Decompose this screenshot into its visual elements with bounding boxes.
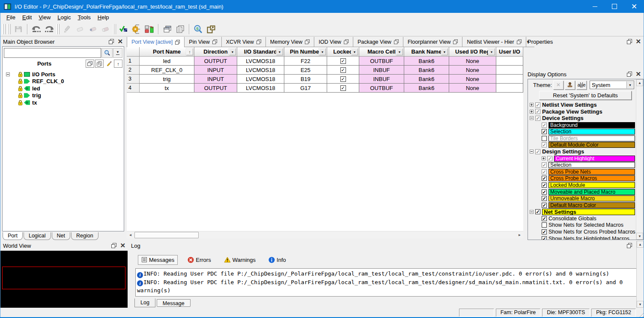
theme-select[interactable]: System ▼ xyxy=(590,81,634,89)
log-filter-messages[interactable]: Messages xyxy=(138,255,178,265)
view-tab-package-view[interactable]: Package View xyxy=(353,37,403,47)
color-option-bar[interactable]: Default Module Color xyxy=(549,142,635,148)
cell-locked[interactable]: ✓ xyxy=(327,57,359,66)
tree-item-io-ports[interactable]: I/O Ports xyxy=(3,71,124,78)
column-header-bank-name[interactable]: Bank Name▼ xyxy=(404,47,449,57)
tree-item-trig[interactable]: trig xyxy=(3,92,124,99)
expand-icon[interactable] xyxy=(542,156,546,160)
cell-used-i-o-reg[interactable]: None xyxy=(449,75,496,84)
option-checkbox[interactable]: ✓ xyxy=(535,149,540,154)
search-input[interactable] xyxy=(4,48,101,58)
close-panel-icon[interactable]: ✕ xyxy=(117,39,123,44)
cell-user-i-o[interactable] xyxy=(496,57,523,66)
cell-i-o-standard[interactable]: LVCMOS18 xyxy=(237,75,284,84)
color-option-bar[interactable]: Current Highlight xyxy=(554,156,635,162)
color-option-bar[interactable]: Locked Module xyxy=(549,182,635,188)
option-checkbox[interactable]: ✓ xyxy=(542,216,547,221)
color-option-bar[interactable]: Cross Probe Nets xyxy=(549,169,635,175)
cell-macro-cell[interactable]: INBUF xyxy=(359,75,404,84)
locked-checkbox[interactable]: ✓ xyxy=(340,85,346,91)
world-view-canvas[interactable] xyxy=(0,251,128,308)
filter-dropdown-icon[interactable]: ▼ xyxy=(441,48,448,55)
search-netlist-icon[interactable]: S xyxy=(192,23,205,35)
option-checkbox[interactable] xyxy=(542,136,547,141)
search-options-button[interactable]: ▼ xyxy=(113,48,122,58)
column-header-direction[interactable]: Direction▼ xyxy=(194,47,237,57)
cell-port-name[interactable]: tx xyxy=(140,84,194,93)
locked-checkbox[interactable]: ✓ xyxy=(340,76,346,82)
sort-up-icon[interactable]: ↑ xyxy=(114,60,122,68)
cell-bank-name[interactable]: Bank6 xyxy=(404,75,449,84)
option-checkbox[interactable]: ✓ xyxy=(547,156,552,161)
save-icon[interactable] xyxy=(12,23,25,35)
log-scrollbar[interactable]: ▲ ▼ xyxy=(636,241,644,308)
close-panel-icon[interactable]: ✕ xyxy=(635,39,641,44)
cell-i-o-standard[interactable]: LVCMOS18 xyxy=(237,66,284,75)
stamp-theme-button[interactable] xyxy=(565,81,575,90)
eraser-icon[interactable] xyxy=(74,23,86,35)
filter-dropdown-icon[interactable]: ▼ xyxy=(319,48,326,55)
filter-dropdown-icon[interactable]: ▼ xyxy=(351,48,358,55)
cell-i-o-standard[interactable]: LVCMOS18 xyxy=(237,57,284,66)
browser-tab-net[interactable]: Net xyxy=(52,232,70,240)
pin-assign-icon[interactable] xyxy=(143,23,156,35)
rename-theme-button[interactable]: aje xyxy=(576,81,587,90)
display-options-scrollbar[interactable]: ▲ ▼ xyxy=(636,79,643,240)
cell-used-i-o-reg[interactable]: None xyxy=(449,57,496,66)
close-panel-icon[interactable]: ✕ xyxy=(635,72,641,77)
cell-port-name[interactable]: trig xyxy=(140,75,194,84)
color-option-bar[interactable]: Tile Borders xyxy=(549,135,635,141)
float-panel-icon[interactable] xyxy=(627,72,632,77)
horizontal-scrollbar[interactable]: ◄ ► xyxy=(127,231,523,238)
collapse-icon[interactable] xyxy=(530,150,534,153)
cell-locked[interactable]: ✓ xyxy=(327,66,359,75)
float-panel-icon[interactable] xyxy=(109,39,114,44)
option-checkbox[interactable]: ✓ xyxy=(542,189,547,195)
cell-pin-number[interactable]: G17 xyxy=(284,84,327,93)
export-view-icon[interactable] xyxy=(205,23,218,35)
expand-windows-icon[interactable] xyxy=(86,60,94,68)
toolbar-handle[interactable] xyxy=(57,24,60,34)
tree-item-tx[interactable]: otx xyxy=(3,99,124,106)
configure-gear-icon[interactable] xyxy=(130,23,143,35)
color-option-bar[interactable]: Default Macro Color xyxy=(549,202,635,208)
eraser-blue-icon[interactable] xyxy=(86,23,99,35)
option-checkbox[interactable] xyxy=(542,222,547,228)
minimize-button[interactable] xyxy=(585,0,605,13)
log-tab-message[interactable]: Message xyxy=(157,299,191,307)
cell-port-name[interactable]: led xyxy=(140,57,194,66)
scrollbar-thumb[interactable] xyxy=(134,232,199,238)
filter-dropdown-icon[interactable]: ▼ xyxy=(488,48,495,55)
browser-tab-region[interactable]: Region xyxy=(71,232,98,240)
cell-user-i-o[interactable] xyxy=(496,84,523,93)
close-button[interactable]: ✕ xyxy=(624,0,644,13)
tree-item-ref_clk_0[interactable]: REF_CLK_0 xyxy=(3,78,124,85)
cell-direction[interactable]: INPUT xyxy=(194,66,237,75)
option-checkbox[interactable]: ✓ xyxy=(542,162,547,168)
option-checkbox[interactable]: ✓ xyxy=(542,123,547,128)
option-checkbox[interactable]: ✓ xyxy=(535,109,540,114)
scroll-left-icon[interactable]: ◄ xyxy=(127,231,134,239)
viewport-rectangle[interactable] xyxy=(2,267,125,289)
cell-bank-name[interactable]: Bank6 xyxy=(404,84,449,93)
scroll-down-icon[interactable]: ▼ xyxy=(637,301,644,308)
cell-pin-number[interactable]: B19 xyxy=(284,75,327,84)
toolbar-handle[interactable] xyxy=(3,24,6,34)
option-checkbox[interactable]: ✓ xyxy=(535,102,540,108)
cell-direction[interactable]: OUTPUT xyxy=(194,57,237,66)
tree-item-led[interactable]: oled xyxy=(3,85,124,92)
collapse-icon[interactable] xyxy=(530,116,534,120)
collapse-icon[interactable] xyxy=(530,210,534,214)
search-button[interactable] xyxy=(101,48,113,58)
option-checkbox[interactable]: ✓ xyxy=(542,169,547,174)
float-panel-icon[interactable] xyxy=(627,39,632,44)
cell-macro-cell[interactable]: OUTBUF xyxy=(359,57,404,66)
undo-icon[interactable] xyxy=(30,23,43,35)
scroll-right-icon[interactable]: ► xyxy=(516,231,523,239)
browser-tab-port[interactable]: Port xyxy=(3,232,23,240)
option-checkbox[interactable]: ✓ xyxy=(542,129,547,134)
close-panel-icon[interactable]: ✕ xyxy=(120,243,125,248)
copy-view-icon[interactable] xyxy=(174,23,187,35)
view-tab-pin-view[interactable]: Pin View xyxy=(185,37,221,47)
color-option-bar[interactable]: Selection xyxy=(549,162,635,168)
